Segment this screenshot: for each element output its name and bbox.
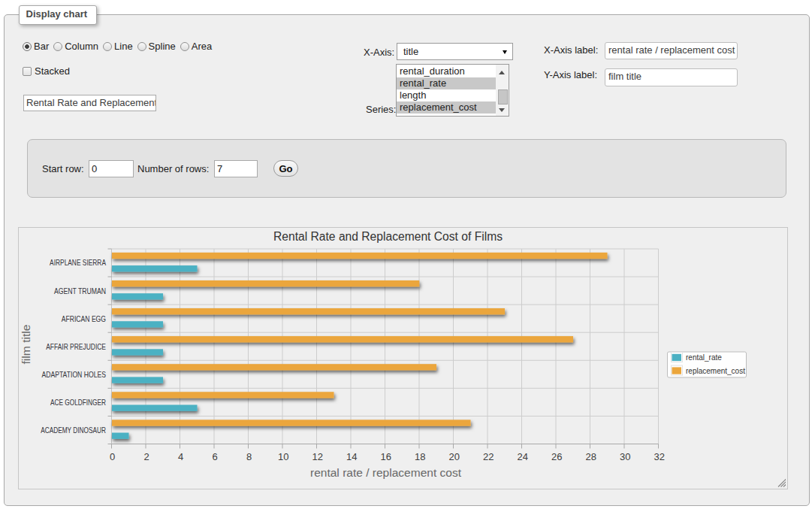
svg-text:30: 30 [620,451,630,462]
svg-text:AFFAIR PREJUDICE: AFFAIR PREJUDICE [46,342,106,351]
svg-text:AFRICAN EGG: AFRICAN EGG [62,314,106,323]
svg-text:12: 12 [312,451,322,462]
svg-text:ACE GOLDFINGER: ACE GOLDFINGER [50,398,106,407]
svg-text:20: 20 [448,451,459,462]
svg-text:8: 8 [246,451,252,462]
svg-text:Rental Rate and Replacement Co: Rental Rate and Replacement Cost of Film… [273,230,503,243]
svg-text:ADAPTATION HOLES: ADAPTATION HOLES [42,370,107,379]
svg-text:AGENT TRUMAN: AGENT TRUMAN [54,286,106,295]
svg-text:10: 10 [278,451,288,462]
svg-text:18: 18 [415,451,425,462]
svg-text:AIRPLANE SIERRA: AIRPLANE SIERRA [50,258,106,267]
svg-text:rental rate / replacement cost: rental rate / replacement cost [310,466,462,479]
svg-text:rental_rate: rental_rate [686,353,722,362]
svg-text:22: 22 [483,451,494,462]
svg-text:2: 2 [144,451,149,462]
svg-text:0: 0 [110,451,115,462]
svg-text:28: 28 [585,451,596,462]
svg-text:32: 32 [654,451,664,462]
svg-text:6: 6 [213,451,218,462]
svg-text:ACADEMY DINOSAUR: ACADEMY DINOSAUR [41,426,106,435]
svg-text:film title: film title [20,325,32,365]
svg-text:24: 24 [517,451,527,462]
svg-text:replacement_cost: replacement_cost [686,367,745,375]
svg-text:4: 4 [178,451,183,462]
svg-text:26: 26 [551,451,562,462]
svg-text:16: 16 [380,451,391,462]
svg-text:14: 14 [346,451,357,462]
